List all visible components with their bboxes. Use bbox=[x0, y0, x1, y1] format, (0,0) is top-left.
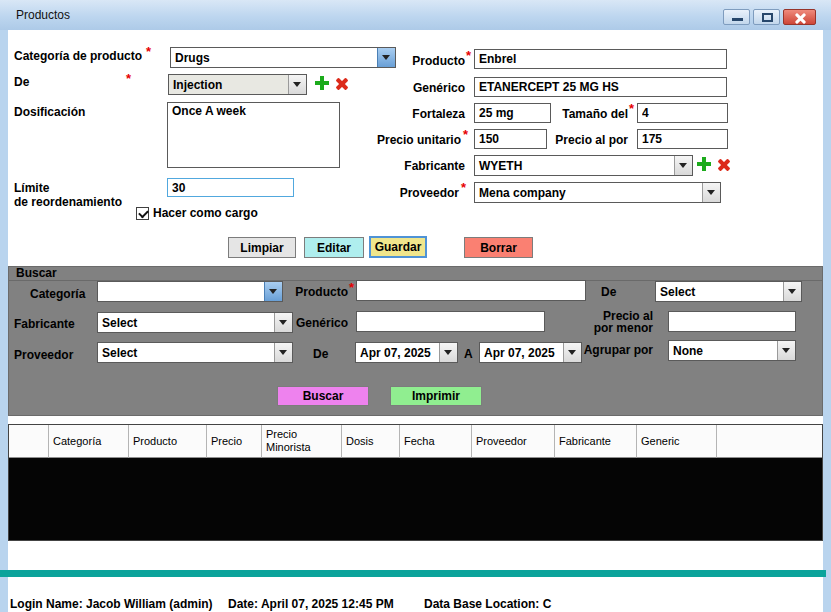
dosificacion-label: Dosificación bbox=[14, 105, 85, 119]
status-location: Data Base Location: C bbox=[424, 597, 551, 611]
agrupar-select[interactable]: None bbox=[668, 340, 796, 361]
chevron-down-icon[interactable] bbox=[274, 313, 292, 332]
add-icon[interactable] bbox=[696, 156, 712, 172]
buscar-button[interactable]: Buscar bbox=[277, 386, 369, 406]
precio-unitario-input[interactable] bbox=[474, 129, 547, 149]
fabricante-select[interactable]: WYETH bbox=[474, 155, 693, 176]
buscar-fabricante-label: Fabricante bbox=[14, 317, 75, 331]
status-date: Date: April 07, 2025 12:45 PM bbox=[228, 597, 394, 611]
cargo-label: Hacer como cargo bbox=[153, 206, 258, 220]
de-label: De bbox=[14, 75, 29, 89]
grid-column-header[interactable]: Producto bbox=[129, 425, 207, 458]
chevron-down-icon[interactable] bbox=[439, 343, 457, 362]
producto-input[interactable] bbox=[474, 49, 727, 69]
buscar-proveedor-label: Proveedor bbox=[14, 348, 73, 362]
required-marker: * bbox=[146, 44, 151, 59]
categoria-select[interactable]: Drugs bbox=[170, 47, 396, 68]
grid-column-header[interactable]: Precio Minorista bbox=[262, 425, 342, 458]
required-marker: * bbox=[349, 280, 354, 295]
proveedor-select[interactable]: Mena company bbox=[474, 182, 721, 203]
grid-column-header[interactable]: Precio bbox=[207, 425, 262, 458]
imprimir-button[interactable]: Imprimir bbox=[390, 386, 482, 406]
grid-header-filler bbox=[717, 425, 822, 458]
fabricante-label: Fabricante bbox=[404, 159, 465, 173]
limite-label-line2: de reordenamiento bbox=[14, 195, 122, 209]
maximize-button[interactable] bbox=[753, 9, 780, 25]
buscar-categoria-select[interactable] bbox=[97, 281, 283, 302]
fecha-de-datepicker[interactable]: Apr 07, 2025 bbox=[355, 342, 458, 363]
buscar-de-select-value: Select bbox=[656, 285, 783, 299]
results-grid: Categoría Producto Precio Precio Minoris… bbox=[8, 424, 823, 541]
buscar-precio-menor-label-line2: por menor bbox=[594, 321, 653, 335]
grid-column-header[interactable]: Dosis bbox=[342, 425, 400, 458]
buscar-fabricante-select-value: Select bbox=[98, 316, 274, 330]
add-icon[interactable] bbox=[314, 75, 330, 91]
de-select-value: Injection bbox=[169, 78, 288, 92]
titlebar[interactable]: Productos bbox=[0, 0, 831, 30]
buscar-proveedor-select[interactable]: Select bbox=[97, 342, 293, 363]
delete-icon[interactable] bbox=[334, 76, 350, 92]
chevron-down-icon[interactable] bbox=[783, 282, 801, 301]
fortaleza-input[interactable] bbox=[474, 103, 551, 123]
buscar-fecha-de-label: De bbox=[313, 347, 328, 361]
chevron-down-icon[interactable] bbox=[674, 156, 692, 175]
grid-column-header[interactable]: Fabricante bbox=[555, 425, 637, 458]
guardar-button[interactable]: Guardar bbox=[369, 236, 427, 258]
proveedor-select-value: Mena company bbox=[475, 186, 702, 200]
editar-button[interactable]: Editar bbox=[304, 237, 364, 258]
chevron-down-icon[interactable] bbox=[377, 48, 395, 67]
buscar-producto-input[interactable] bbox=[356, 280, 586, 301]
chevron-down-icon[interactable] bbox=[563, 343, 581, 362]
fabricante-select-value: WYETH bbox=[475, 159, 674, 173]
buscar-precio-menor-input[interactable] bbox=[668, 311, 796, 332]
generico-label: Genérico bbox=[413, 81, 465, 95]
grid-column-header[interactable]: Generic bbox=[637, 425, 717, 458]
required-marker: * bbox=[466, 48, 471, 63]
buscar-title: Buscar bbox=[16, 266, 57, 280]
limpiar-button[interactable]: Limpiar bbox=[228, 237, 296, 258]
grid-column-header[interactable] bbox=[9, 425, 49, 458]
chevron-down-icon[interactable] bbox=[702, 183, 720, 202]
maximize-icon bbox=[762, 13, 773, 22]
chevron-down-icon[interactable] bbox=[288, 75, 306, 94]
required-marker: * bbox=[629, 101, 634, 116]
minimize-icon bbox=[732, 18, 743, 21]
tamano-input[interactable] bbox=[637, 103, 728, 123]
buscar-proveedor-select-value: Select bbox=[98, 346, 274, 360]
delete-icon[interactable] bbox=[716, 157, 732, 173]
minimize-button[interactable] bbox=[723, 9, 750, 25]
divider-bar bbox=[0, 570, 826, 577]
grid-column-header[interactable]: Categoría bbox=[49, 425, 129, 458]
chevron-down-icon[interactable] bbox=[264, 282, 282, 301]
buscar-fecha-a-label: A bbox=[464, 347, 473, 361]
grid-column-header[interactable]: Fecha bbox=[400, 425, 472, 458]
required-marker: * bbox=[126, 71, 131, 86]
buscar-de-select[interactable]: Select bbox=[655, 281, 802, 302]
app-window: Productos Categoría Producto Precio Prec… bbox=[0, 0, 831, 612]
close-icon bbox=[784, 10, 815, 24]
tamano-label: Tamaño del bbox=[562, 107, 628, 121]
categoria-label: Categoría de producto bbox=[14, 49, 142, 63]
producto-label: Producto bbox=[412, 54, 465, 68]
required-marker: * bbox=[461, 180, 466, 195]
de-select[interactable]: Injection bbox=[168, 74, 307, 95]
buscar-de-label: De bbox=[601, 285, 616, 299]
grid-column-header[interactable]: Proveedor bbox=[472, 425, 555, 458]
generico-input[interactable] bbox=[474, 77, 727, 97]
buscar-generico-label: Genérico bbox=[296, 316, 348, 330]
grid-header-row: Categoría Producto Precio Precio Minoris… bbox=[9, 425, 822, 458]
chevron-down-icon[interactable] bbox=[274, 343, 292, 362]
chevron-down-icon[interactable] bbox=[777, 341, 795, 360]
buscar-generico-input[interactable] bbox=[356, 311, 545, 332]
limite-input[interactable] bbox=[167, 178, 294, 197]
borrar-button[interactable]: Borrar bbox=[464, 237, 533, 258]
close-button[interactable] bbox=[783, 9, 816, 25]
fecha-a-datepicker[interactable]: Apr 07, 2025 bbox=[479, 342, 582, 363]
buscar-fabricante-select[interactable]: Select bbox=[97, 312, 293, 333]
precio-por-input[interactable] bbox=[637, 129, 728, 149]
precio-unitario-label: Precio unitario bbox=[377, 133, 461, 147]
precio-por-label: Precio al por bbox=[555, 133, 628, 147]
checkmark-icon bbox=[138, 208, 149, 219]
cargo-checkbox[interactable] bbox=[136, 207, 149, 220]
dosificacion-textarea[interactable]: Once A week bbox=[167, 102, 340, 168]
